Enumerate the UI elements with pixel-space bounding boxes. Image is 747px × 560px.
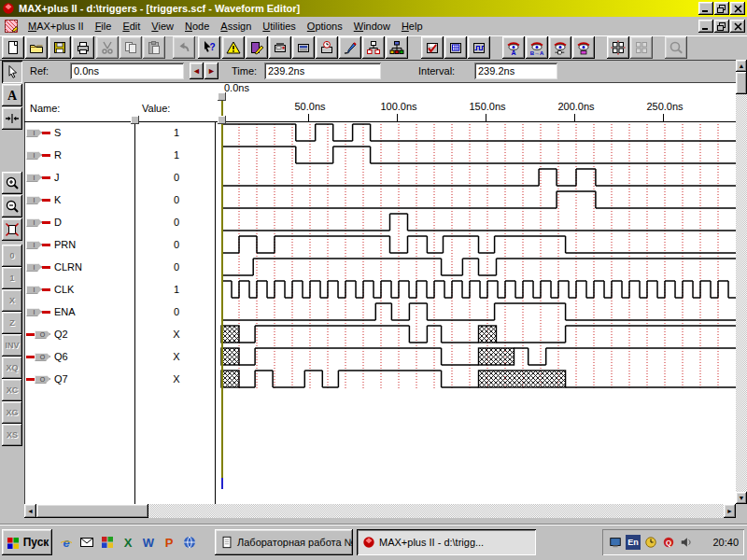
select-tool-button[interactable] xyxy=(2,61,22,83)
menu-edit[interactable]: Edit xyxy=(117,19,146,34)
signal-row-ena[interactable]: IENA xyxy=(26,303,133,320)
internet-explorer-icon[interactable]: e xyxy=(56,532,77,553)
horizontal-scrollbar[interactable]: ◄ ► xyxy=(24,504,736,518)
ref-next-button[interactable]: ► xyxy=(204,63,218,79)
scroll-down-button[interactable]: ▼ xyxy=(736,492,747,504)
browser-icon[interactable] xyxy=(179,532,200,553)
task-button-1[interactable]: Лабораторная работа №... xyxy=(215,529,353,555)
symbol-editor-button[interactable] xyxy=(269,36,291,59)
new-file-button[interactable] xyxy=(2,36,24,59)
menu-help[interactable]: Help xyxy=(396,19,429,34)
save-and-check-button[interactable] xyxy=(421,36,444,59)
column-divider-handle[interactable] xyxy=(131,116,139,124)
signal-row-q7[interactable]: OQ7 xyxy=(26,371,133,387)
tray-app-icon-3[interactable]: Q xyxy=(661,535,676,550)
excel-icon[interactable]: X xyxy=(118,532,138,553)
signal-row-d[interactable]: ID xyxy=(26,214,133,231)
vertical-scrollbar[interactable]: ▲ ▼ xyxy=(736,60,747,504)
horizontal-scroll-thumb[interactable] xyxy=(36,504,148,518)
menu-file[interactable]: File xyxy=(90,19,118,34)
ref-marker-handle[interactable] xyxy=(218,92,226,101)
hierarchy-display-button[interactable] xyxy=(222,36,245,59)
scroll-left-button[interactable]: ◄ xyxy=(24,504,36,518)
mdi-close-button[interactable] xyxy=(730,20,745,33)
waveform-canvas[interactable] xyxy=(216,121,736,504)
ref-ruler-handle[interactable] xyxy=(218,116,226,124)
powerpoint-icon[interactable]: P xyxy=(159,532,179,553)
graphic-editor-button[interactable] xyxy=(246,36,268,59)
ref-marker-line[interactable] xyxy=(221,93,223,478)
ref-input[interactable]: 0.0ns xyxy=(70,63,184,79)
mdi-restore-button[interactable] xyxy=(714,20,729,33)
view-node-group-button[interactable] xyxy=(572,36,595,59)
text-editor-button[interactable] xyxy=(292,36,315,59)
language-indicator[interactable]: En xyxy=(626,535,641,550)
print-button[interactable] xyxy=(72,36,94,59)
volume-icon[interactable] xyxy=(679,535,694,550)
vertical-scroll-thumb[interactable] xyxy=(736,72,747,94)
interval-input[interactable]: 239.2ns xyxy=(474,63,557,79)
floorplan-editor-button[interactable] xyxy=(339,36,361,59)
tray-app-icon-2[interactable] xyxy=(643,535,658,550)
signal-row-q2[interactable]: OQ2 xyxy=(26,326,133,343)
signal-row-prn[interactable]: IPRN xyxy=(26,236,133,253)
show-all-nodes-button[interactable] xyxy=(607,36,629,59)
menu-options[interactable]: Options xyxy=(302,19,348,34)
save-and-compile-button[interactable] xyxy=(444,36,467,59)
waveform-edit-tool-button[interactable] xyxy=(2,107,22,130)
ref-prev-button[interactable]: ◄ xyxy=(190,63,204,79)
signal-row-s[interactable]: IS xyxy=(26,124,133,141)
menu-node[interactable]: Node xyxy=(179,19,215,34)
show-hidden-nodes-button xyxy=(630,36,653,59)
document-icon[interactable] xyxy=(4,19,19,34)
compiler-button[interactable] xyxy=(362,36,385,59)
scroll-up-button[interactable]: ▲ xyxy=(736,60,747,72)
zoom-in-button[interactable] xyxy=(2,172,22,194)
menu-assign[interactable]: Assign xyxy=(215,19,257,34)
signal-row-k[interactable]: IK xyxy=(26,191,133,208)
tray-app-icon-1[interactable] xyxy=(608,535,623,550)
minimize-button[interactable] xyxy=(698,2,713,15)
save-and-simulate-button[interactable] xyxy=(468,36,490,59)
signal-value-clk: 1 xyxy=(142,281,211,298)
context-help-button[interactable]: ? xyxy=(198,36,220,59)
signal-row-j[interactable]: IJ xyxy=(26,169,133,186)
ruler-tick xyxy=(397,114,398,121)
menu-view[interactable]: View xyxy=(146,19,179,34)
waveform-editor-button[interactable] xyxy=(316,36,338,59)
menu-utilities[interactable]: Utilities xyxy=(257,19,301,34)
simulator-button[interactable] xyxy=(386,36,408,59)
set-to-q-button-label: XQ xyxy=(6,363,18,372)
fit-page-icon xyxy=(5,222,20,237)
restore-button[interactable] xyxy=(714,2,729,15)
name-value-divider[interactable] xyxy=(134,121,135,504)
task-button-2[interactable]: MAX+plus II - d:\trigg... xyxy=(357,529,536,555)
time-input[interactable]: 239.2ns xyxy=(264,63,381,79)
signal-row-r[interactable]: IR xyxy=(26,147,133,163)
set-to-count-button-label: XC xyxy=(7,385,19,395)
text-tool-button[interactable]: A xyxy=(2,84,22,106)
mail-icon[interactable] xyxy=(77,532,97,553)
save-file-button[interactable] xyxy=(49,36,71,59)
word-icon[interactable]: W xyxy=(138,532,159,553)
signal-row-q6[interactable]: OQ6 xyxy=(26,348,133,365)
svg-text:P: P xyxy=(165,536,174,550)
signal-row-clrn[interactable]: ICLRN xyxy=(26,259,133,275)
view-node-gate-button[interactable] xyxy=(549,36,571,59)
show-desktop-icon[interactable] xyxy=(97,532,118,553)
ruler-tick-label: 150.0ns xyxy=(459,101,515,112)
view-node-ba-button[interactable]: B→A xyxy=(526,36,548,59)
scroll-right-button[interactable]: ► xyxy=(724,504,736,518)
signal-row-clk[interactable]: ICLK xyxy=(26,281,133,298)
fit-in-window-button[interactable] xyxy=(2,218,22,241)
zoom-out-button[interactable] xyxy=(2,195,22,217)
ruler-tick-label: 250.0ns xyxy=(637,101,693,112)
close-button[interactable] xyxy=(730,2,745,15)
open-file-button[interactable] xyxy=(25,36,48,59)
unknown-state-region xyxy=(221,371,239,387)
view-node-a-button[interactable]: A xyxy=(502,36,525,59)
menu-max-plus-ii[interactable]: MAX+plus II xyxy=(22,19,90,34)
start-button[interactable]: Пуск xyxy=(2,529,52,555)
mdi-minimize-button[interactable] xyxy=(698,20,713,33)
menu-window[interactable]: Window xyxy=(348,19,396,34)
